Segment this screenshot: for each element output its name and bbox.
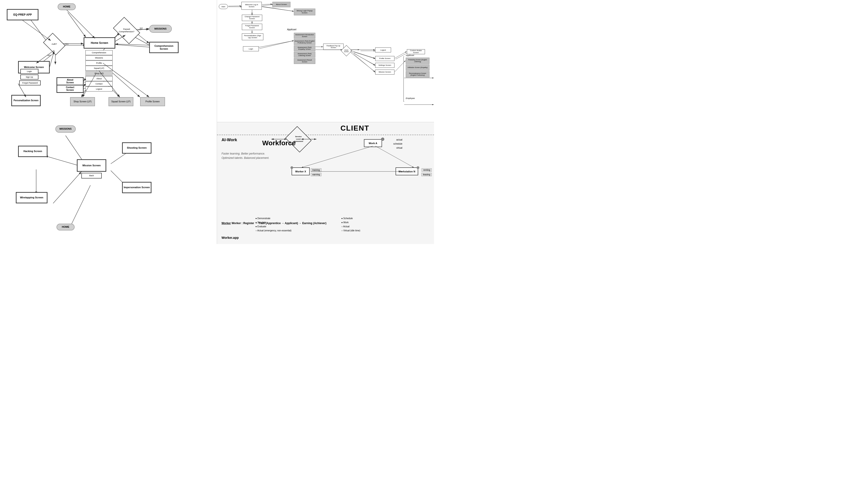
mission-screen-node: Mission Screen (77, 159, 106, 172)
svg-line-56 (262, 4, 272, 4)
passed-diamond: PassedComprehension? (115, 23, 138, 38)
back-button-node: Back (81, 173, 102, 178)
employee-label: Employee (406, 97, 415, 99)
personalization-node: Personalization Screen (11, 95, 41, 106)
renting-label: renting (422, 168, 432, 172)
missions-menu: Missions (86, 55, 113, 60)
bullet-right: ● Schedule ● Work ○ Actual ○ Virtual (id… (341, 217, 360, 233)
svg-line-34 (45, 156, 80, 166)
svg-line-50 (354, 52, 375, 59)
svg-line-43 (262, 7, 294, 11)
no-label2: NO (140, 27, 143, 29)
svg-line-27 (84, 79, 86, 81)
bracket-left (403, 57, 404, 102)
logout-menu: Logout (86, 87, 113, 92)
no-label: NO (48, 54, 51, 57)
assessment-l-node: Assessment (Test) Listening Screen (294, 52, 315, 58)
assessment-result-node: Assessment Result Screen (294, 58, 315, 64)
shooting-screen-node: Shooting Screen (122, 142, 151, 154)
worker-x-circle (290, 166, 293, 169)
svg-line-20 (50, 51, 54, 67)
squad-lp-menu: Squad (LP) (86, 66, 113, 71)
assessment-te2-node: Assessment (Test) Empathy Screen (294, 45, 315, 51)
svg-line-68 (395, 52, 407, 58)
workforce-title: Workforce (262, 139, 296, 147)
home-node: HOME (58, 3, 76, 10)
profile-screen-node: Profile Screen (140, 97, 165, 106)
svg-line-36 (53, 172, 81, 203)
svg-line-24 (138, 34, 149, 43)
svg-line-1 (68, 12, 86, 37)
about-screen-node: AboutScreen (57, 77, 84, 86)
right-panel: Start Welcome Log In Screen About Screen… (217, 0, 434, 244)
svg-line-61 (259, 41, 293, 48)
about-screen-right: About Screen (272, 2, 290, 7)
left-panel: HOME EQ-PREP APP Auth? YES NO PassedComp… (0, 0, 217, 244)
eq-prep-flowchart: HOME EQ-PREP APP Auth? YES NO PassedComp… (0, 0, 217, 122)
comprehension-screen-node: ComprehensionScreen (149, 42, 179, 53)
about-menu: About (86, 76, 113, 81)
personalization-sso-node: Personalization (Sign Up) Screen (242, 33, 264, 40)
custom-avatar-node: Custom Avatar Screen (407, 49, 425, 54)
yes-label: YES (64, 43, 68, 45)
contact-screen-node: ContactScreen (57, 85, 84, 93)
svg-line-42 (262, 4, 274, 6)
eq-prep-node: EQ-PREP APP (7, 9, 38, 20)
bullet-left: ● Demonstrate ● Simulate ● Evaluate ○ Ac… (255, 217, 291, 233)
contact-menu: Contact (86, 81, 113, 86)
actual-label: actual (396, 138, 402, 141)
home-screen-node: Home Screen (84, 37, 115, 48)
workstation-n-box: Workstation N (396, 167, 418, 175)
training-label: training (311, 168, 321, 172)
worker-x-box: Worker X (291, 167, 310, 175)
infiltration-node: Infiltration Screen (Empathy) (406, 64, 430, 71)
client-title: CLIENT (340, 124, 369, 132)
worker-app-label: Worker.app (221, 236, 239, 239)
home-screen-diamond: Home Screen (342, 47, 350, 55)
shop-screen-node: Shop Screen (LP) (70, 97, 95, 106)
impersonation-screen-node: Impersonation Screen (122, 182, 151, 193)
dashed-line (217, 135, 434, 135)
earning-label: earning (311, 173, 321, 176)
forgot-password-right: Forgot Password Screen (242, 24, 262, 30)
assessment-te-node: Assessment (Test) English Proficiency Sc… (294, 39, 315, 45)
svg-line-51 (354, 53, 375, 66)
svg-line-66 (350, 52, 375, 65)
pretesting-node: Pretesting Screen (English Listening) (406, 58, 430, 64)
applicant-label2: Applicant (406, 54, 414, 57)
virtual-label: virtual (396, 147, 402, 149)
svg-line-39 (70, 185, 90, 227)
svg-line-52 (354, 54, 375, 72)
change-password-node: Change Password Screen (242, 15, 262, 21)
tagline: Faster learning. Better performance. Opt… (221, 152, 269, 160)
auth-diamond: Auth? (45, 37, 63, 51)
svg-line-25 (115, 44, 149, 45)
forgot-password-node: Forgot Password (19, 80, 41, 86)
svg-line-28 (84, 84, 86, 87)
start-node: Start (219, 4, 228, 9)
settings-screen-node: Settings Screen (375, 63, 395, 68)
shop-lp-menu: Shop (LP) (86, 71, 113, 76)
svg-line-79 (302, 146, 373, 167)
welcome-log-node: Welcome Log In Screen (241, 2, 262, 10)
signup-node: Sign Up (20, 74, 38, 79)
leasing-label: leasing (421, 173, 432, 176)
home-oval-bottom: HOME (57, 224, 74, 230)
work-a-circle (381, 138, 384, 141)
assessment-intro-node: Assessment Introduction Screen (294, 33, 315, 39)
app-flowchart: Start Welcome Log In Screen About Screen… (217, 0, 434, 122)
wrong-login-node: Wrong Login Popup Screen (294, 8, 315, 15)
svg-line-26 (67, 10, 95, 38)
ai-work-label: AI-Work (221, 138, 237, 142)
hacking-screen-node: Hacking Screen (18, 146, 48, 157)
workstation-n-circle (416, 166, 419, 169)
wiretapping-screen-node: Wiretapping Screen (16, 192, 48, 203)
missions-oval: MISSIONS (149, 25, 172, 33)
work-a-box: Work A (364, 139, 382, 147)
mission-screen-right: Mission Screen (375, 70, 395, 74)
missions-oval-bottom: MISSIONS (55, 125, 76, 133)
profile-menu: Profile (86, 61, 113, 66)
logout-right-node: Logout (375, 47, 391, 53)
profile-screen-right: Profile Screen (375, 56, 395, 61)
svg-line-55 (228, 6, 241, 6)
